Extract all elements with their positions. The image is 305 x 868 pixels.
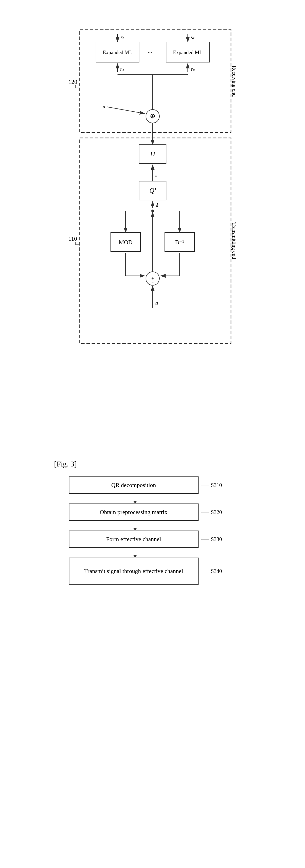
a-in-text: a [155, 300, 158, 306]
s310-step-lbl: S310 [211, 482, 222, 488]
s340-tick [201, 571, 209, 571]
s340-box: Transmit signal through effective channe… [69, 558, 199, 585]
page-container: [Fig. 2] Receiving end 120 ŝ₁ ŝₖ Expande… [0, 0, 305, 22]
n-arrow [107, 107, 144, 114]
B1-text: B⁻¹ [175, 239, 184, 246]
rx-label: Receiving end [231, 66, 237, 97]
s330-tick [201, 539, 209, 539]
H-text: H [150, 150, 155, 158]
flow-arrow-3 [135, 548, 135, 558]
flow-arrowhead-1 [133, 501, 137, 503]
s310-step-label-group: S310 [201, 482, 222, 488]
flow-arrow-2 [135, 521, 135, 530]
lbl-110: 110 [68, 235, 77, 242]
s320-row: Obtain preprocessing matrix S320 [69, 503, 236, 521]
fig2-absolute-container: Receiving end 120 ŝ₁ ŝₖ Expanded ML ··· … [0, 22, 305, 422]
r1-text: r₁ [120, 66, 124, 72]
s320-step-lbl: S320 [211, 509, 222, 516]
s310-text: QR decomposition [111, 482, 156, 489]
Q-text: Q' [149, 187, 156, 194]
s320-tick [201, 512, 209, 513]
s320-step-label-group: S320 [201, 509, 222, 516]
expanded-ml1-text: Expanded ML [103, 50, 132, 55]
s330-step-label-group: S330 [201, 536, 222, 542]
adder2-minus: − [151, 281, 154, 285]
s330-box: Form effective channel [69, 530, 199, 548]
s340-step-lbl: S340 [211, 568, 222, 574]
s340-step-label-group: S340 [201, 568, 222, 574]
adder-top-symbol: ⊕ [150, 113, 155, 120]
s330-text: Form effective channel [106, 536, 161, 543]
tx-label: Transmitting end [231, 222, 237, 259]
MOD-text: MOD [118, 239, 132, 246]
s330-row: Form effective channel S330 [69, 530, 236, 548]
flow-arrowhead-3 [133, 555, 137, 558]
s340-row: Transmit signal through effective channe… [69, 558, 236, 585]
adder2-symbol: + [151, 276, 154, 281]
skhat-text: ŝₖ [191, 35, 195, 40]
flow-arrowhead-2 [133, 528, 137, 530]
s310-box: QR decomposition [69, 476, 199, 494]
a-hat-text: â [156, 203, 158, 208]
fig3-title-label: [Fig. 3] [54, 460, 77, 468]
fig2-main-svg: Receiving end 120 ŝ₁ ŝₖ Expanded ML ··· … [31, 22, 274, 422]
fig3-flow-content: QR decomposition S310 Obtain preprocessi… [58, 476, 247, 585]
expanded-ml2-text: Expanded ML [173, 50, 202, 55]
rk-text: rₖ [191, 66, 195, 72]
s-text: s [155, 173, 157, 178]
s330-step-lbl: S330 [211, 536, 222, 542]
rx-dots: ··· [147, 49, 152, 56]
lbl-120: 120 [68, 79, 77, 85]
tx-dashed-rect [80, 138, 231, 343]
s310-tick [201, 485, 209, 485]
s310-row: QR decomposition S310 [69, 476, 236, 494]
s340-text: Transmit signal through effective channe… [84, 567, 183, 575]
s320-box: Obtain preprocessing matrix [69, 503, 199, 521]
s320-text: Obtain preprocessing matrix [100, 508, 168, 516]
flow-arrow-1 [135, 494, 135, 503]
fig3-absolute-container: [Fig. 3] QR decomposition S310 Obtain pr… [0, 460, 305, 585]
n-text: n [103, 104, 105, 109]
s1hat-text: ŝ₁ [121, 35, 125, 40]
